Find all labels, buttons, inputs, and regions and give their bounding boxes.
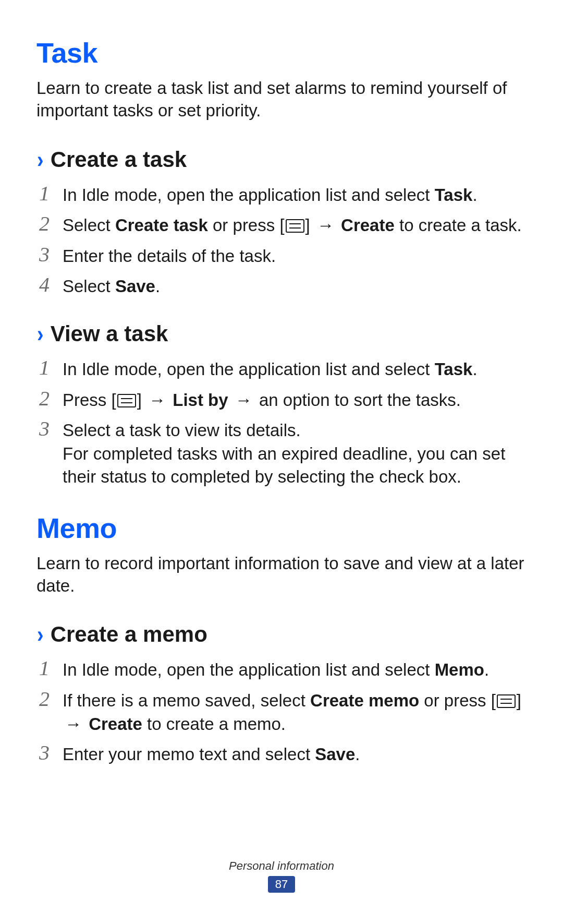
step-item: 3 Select a task to view its details. For… bbox=[36, 417, 527, 489]
step-item: 3 Enter your memo text and select Save. bbox=[36, 741, 527, 766]
menu-icon bbox=[286, 219, 304, 233]
step-number: 4 bbox=[36, 273, 52, 297]
subhead-create-task-label: Create a task bbox=[51, 147, 187, 172]
subhead-view-task-label: View a task bbox=[51, 321, 168, 346]
menu-icon bbox=[117, 394, 136, 407]
steps-view-task: 1 In Idle mode, open the application lis… bbox=[36, 356, 527, 489]
step-number: 3 bbox=[36, 417, 52, 441]
subhead-create-memo: › Create a memo bbox=[36, 622, 527, 647]
page-footer: Personal information 87 bbox=[0, 859, 563, 893]
step-number: 1 bbox=[36, 656, 52, 680]
step-text: Enter the details of the task. bbox=[63, 243, 276, 268]
step-text: In Idle mode, open the application list … bbox=[63, 656, 489, 682]
step-item: 1 In Idle mode, open the application lis… bbox=[36, 182, 527, 207]
step-number: 2 bbox=[36, 212, 52, 236]
step-item: 3 Enter the details of the task. bbox=[36, 243, 527, 268]
steps-create-task: 1 In Idle mode, open the application lis… bbox=[36, 182, 527, 298]
step-number: 1 bbox=[36, 356, 52, 380]
step-text: Press [] → List by → an option to sort t… bbox=[63, 387, 461, 412]
section-memo: Memo Learn to record important informati… bbox=[36, 512, 527, 766]
subhead-view-task: › View a task bbox=[36, 321, 527, 346]
heading-memo: Memo bbox=[36, 512, 527, 544]
intro-task: Learn to create a task list and set alar… bbox=[36, 77, 527, 122]
heading-task: Task bbox=[36, 37, 527, 69]
subhead-create-memo-label: Create a memo bbox=[51, 622, 207, 647]
step-number: 1 bbox=[36, 182, 52, 206]
intro-memo: Learn to record important information to… bbox=[36, 553, 527, 597]
step-item: 1 In Idle mode, open the application lis… bbox=[36, 656, 527, 682]
step-text: In Idle mode, open the application list … bbox=[63, 182, 478, 207]
step-text: If there is a memo saved, select Create … bbox=[63, 687, 527, 736]
step-text: Enter your memo text and select Save. bbox=[63, 741, 360, 766]
step-text: Select Create task or press [] → Create … bbox=[63, 212, 522, 237]
step-number: 2 bbox=[36, 687, 52, 711]
step-number: 3 bbox=[36, 243, 52, 267]
chevron-right-icon: › bbox=[37, 322, 43, 345]
menu-icon bbox=[497, 694, 516, 708]
step-text: Select Save. bbox=[63, 273, 160, 298]
step-item: 1 In Idle mode, open the application lis… bbox=[36, 356, 527, 381]
footer-section-label: Personal information bbox=[0, 859, 563, 873]
chevron-right-icon: › bbox=[37, 623, 43, 646]
subhead-create-task: › Create a task bbox=[36, 147, 527, 172]
chevron-right-icon: › bbox=[37, 148, 43, 171]
step-text: In Idle mode, open the application list … bbox=[63, 356, 478, 381]
step-item: 2 If there is a memo saved, select Creat… bbox=[36, 687, 527, 736]
step-number: 2 bbox=[36, 387, 52, 411]
step-text: Select a task to view its details. For c… bbox=[63, 417, 527, 489]
step-item: 2 Press [] → List by → an option to sort… bbox=[36, 387, 527, 412]
section-task: Task Learn to create a task list and set… bbox=[36, 37, 527, 489]
page-number: 87 bbox=[268, 876, 295, 893]
steps-create-memo: 1 In Idle mode, open the application lis… bbox=[36, 656, 527, 766]
step-number: 3 bbox=[36, 741, 52, 765]
step-item: 2 Select Create task or press [] → Creat… bbox=[36, 212, 527, 237]
step-item: 4 Select Save. bbox=[36, 273, 527, 298]
